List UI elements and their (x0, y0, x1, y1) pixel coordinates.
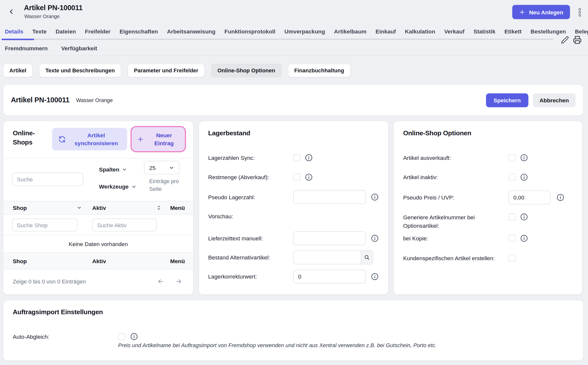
panel-divider (3, 158, 193, 158)
page-size-select[interactable]: 25 (144, 161, 180, 174)
info-icon[interactable] (371, 234, 379, 242)
artikel-inaktiv-checkbox[interactable] (508, 174, 516, 181)
tools-dropdown[interactable]: Werkzeuge (99, 183, 137, 190)
table-empty-message: Keine Daten vorhanden (3, 235, 193, 253)
tab-eigenschaften[interactable]: Eigenschaften (120, 28, 158, 35)
info-icon[interactable] (371, 273, 379, 281)
tab-underline-track (1, 39, 554, 40)
generiere-artikelnummer-checkbox[interactable] (508, 213, 516, 221)
lagerzahlen-sync-checkbox[interactable] (293, 154, 300, 161)
tab-freifelder[interactable]: Freifelder (85, 28, 111, 35)
tab-texte[interactable]: Texte (32, 28, 47, 35)
column-header-shop-label: Shop (13, 205, 27, 211)
field-label-lagerzahlen-sync: Lagerzahlen Sync: (208, 155, 255, 161)
back-icon[interactable] (7, 8, 15, 15)
chevron-down-icon (122, 167, 127, 172)
lieferzeittext-input[interactable] (293, 231, 366, 245)
tab-dateien[interactable]: Dateien (56, 28, 76, 35)
table-header-row: Shop Aktiv Menü (3, 201, 193, 214)
pagination-next-icon[interactable] (175, 278, 182, 285)
tab-artikelbaum[interactable]: Artikelbaum (334, 28, 366, 35)
info-icon[interactable] (520, 234, 528, 242)
field-label-artikel-inaktiv: Artikel inaktiv: (403, 174, 438, 180)
pagination-summary: Zeige 0 bis 0 von 0 Einträgen (13, 278, 86, 285)
auto-abgleich-checkbox[interactable] (118, 333, 125, 340)
column-header-shop[interactable]: Shop (13, 205, 27, 211)
new-create-label: Neu Anlegen (529, 9, 563, 15)
filter-shop-input[interactable] (12, 219, 78, 231)
more-options-icon[interactable] (577, 8, 583, 16)
pseudo-preis-input[interactable] (508, 191, 550, 204)
tab-statistik[interactable]: Statistik (474, 28, 495, 35)
tab-bar-row1: Details Texte Dateien Freifelder Eigensc… (5, 28, 588, 35)
tab-funktionsprotokoll[interactable]: Funktionsprotokoll (224, 28, 276, 35)
tabs-divider (0, 56, 588, 56)
page-subtitle: Wasser Orange (24, 13, 59, 19)
tab-verkauf[interactable]: Verkauf (444, 28, 465, 35)
info-icon[interactable] (305, 154, 313, 162)
pill-texte-und-beschreibungen[interactable]: Texte und Beschreibungen (39, 64, 121, 77)
columns-dropdown[interactable]: Spalten (99, 166, 127, 172)
tab-bestellungen[interactable]: Bestellungen (531, 28, 566, 35)
field-label-auto-abgleich: Auto-Abgleich: (13, 333, 49, 340)
footer-column-aktiv: Aktiv (92, 258, 106, 264)
tab-verfuegbarkeit[interactable]: Verfügbarkeit (61, 45, 97, 52)
pill-artikel[interactable]: Artikel (3, 64, 33, 77)
info-icon[interactable] (520, 213, 528, 221)
search-lookup-icon[interactable] (361, 251, 373, 264)
restmenge-checkbox[interactable] (293, 174, 300, 181)
new-create-button[interactable]: Neu Anlegen (512, 5, 570, 19)
new-entry-button[interactable]: Neuer Eintrag (131, 126, 186, 152)
plus-icon (137, 136, 144, 143)
field-label-artikel-ausverkauft: Artikel ausverkauft: (403, 155, 451, 161)
footer-column-menu-label: Menü (170, 258, 185, 264)
field-label-pseudo-preis: Pseudo Preis / UVP: (403, 194, 454, 201)
tab-kalkulation[interactable]: Kalkulation (405, 28, 435, 35)
tab-arbeitsanweisung[interactable]: Arbeitsanweisung (167, 28, 216, 35)
sort-updown-icon[interactable] (156, 205, 161, 211)
refresh-icon (58, 135, 66, 143)
kundenspezifisch-checkbox[interactable] (508, 255, 516, 262)
tab-belege[interactable]: Belege (575, 28, 588, 35)
print-icon[interactable] (573, 36, 582, 44)
filter-aktiv-input[interactable] (92, 219, 157, 231)
tab-bar-row2: Fremdnummern Verfügbarkeit (5, 45, 97, 52)
search-input[interactable] (12, 172, 83, 186)
cancel-button[interactable]: Abbrechen (533, 93, 576, 107)
tab-etikett[interactable]: Etikett (504, 28, 522, 35)
tools-dropdown-label: Werkzeuge (99, 183, 129, 190)
plus-icon (519, 9, 525, 15)
pill-finanzbuchhaltung[interactable]: Finanzbuchhaltung (288, 64, 351, 77)
field-label-pseudo-lagerzahl: Pseudo Lagerzahl: (208, 194, 255, 200)
tab-umverpackung[interactable]: Umverpackung (284, 28, 325, 35)
chevron-down-icon (169, 165, 174, 170)
info-icon[interactable] (371, 193, 379, 201)
bei-kopie-checkbox[interactable] (508, 235, 516, 242)
info-icon[interactable] (520, 154, 528, 162)
order-import-card: Auftragsimport Einstellungen Auto-Abglei… (3, 300, 584, 361)
tab-einkauf[interactable]: Einkauf (376, 28, 396, 35)
column-header-aktiv[interactable]: Aktiv (92, 205, 106, 211)
pseudo-lagerzahl-input[interactable] (293, 190, 366, 204)
edit-pencil-icon[interactable] (561, 36, 569, 44)
lagerkorrekturwert-input[interactable] (293, 270, 366, 283)
pagination-prev-icon[interactable] (157, 278, 164, 285)
page-size-value: 25 (149, 165, 155, 171)
tab-details[interactable]: Details (5, 28, 23, 35)
artikel-ausverkauft-checkbox[interactable] (508, 154, 516, 161)
pill-online-shop-optionen[interactable]: Online-Shop Optionen (211, 64, 281, 77)
info-icon[interactable] (305, 173, 313, 181)
info-icon[interactable] (557, 194, 564, 201)
article-detail-page: Artikel PN-100011 Wasser Orange Neu Anle… (0, 0, 588, 365)
sort-chevron-down-icon[interactable] (77, 205, 82, 210)
info-icon[interactable] (130, 333, 138, 340)
tab-fremdnummern[interactable]: Fremdnummern (5, 45, 48, 52)
info-icon[interactable] (520, 173, 528, 181)
sync-articles-button[interactable]: Artikel synchronisieren (52, 128, 127, 150)
save-button[interactable]: Speichern (486, 93, 528, 107)
pill-parameter-und-freifelder[interactable]: Parameter und Freifelder (128, 64, 205, 77)
footer-column-shop-label: Shop (13, 258, 27, 264)
alternativartikel-input[interactable] (293, 251, 361, 264)
column-header-menu: Menü (170, 205, 185, 211)
footer-column-menu: Menü (170, 258, 185, 264)
